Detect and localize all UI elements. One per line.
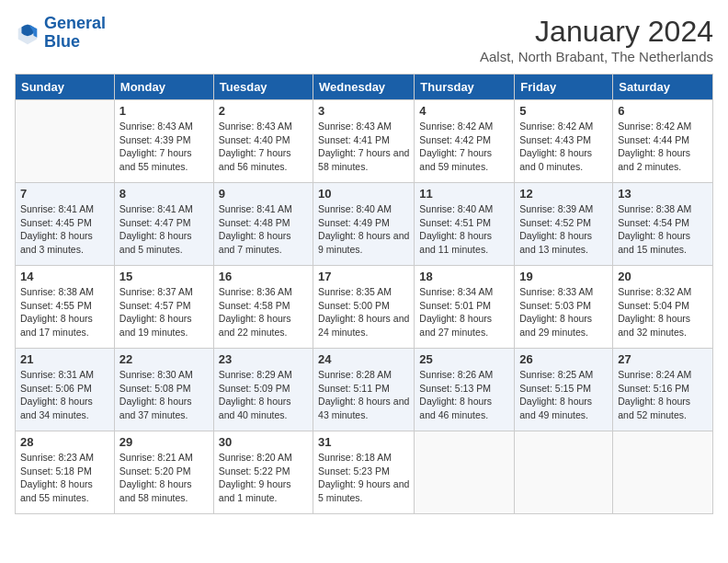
day-number: 28 bbox=[20, 435, 109, 449]
calendar-cell: 16Sunrise: 8:36 AMSunset: 4:58 PMDayligh… bbox=[213, 266, 313, 349]
day-detail: Sunrise: 8:31 AMSunset: 5:06 PMDaylight:… bbox=[20, 368, 109, 422]
calendar-cell: 15Sunrise: 8:37 AMSunset: 4:57 PMDayligh… bbox=[114, 266, 213, 349]
logo-icon bbox=[15, 20, 40, 46]
calendar-cell: 28Sunrise: 8:23 AMSunset: 5:18 PMDayligh… bbox=[16, 431, 115, 514]
day-detail: Sunrise: 8:30 AMSunset: 5:08 PMDaylight:… bbox=[119, 368, 209, 422]
logo-line1: General bbox=[44, 14, 106, 32]
day-number: 4 bbox=[419, 104, 509, 118]
calendar-week-row: 1Sunrise: 8:43 AMSunset: 4:39 PMDaylight… bbox=[16, 100, 713, 183]
day-detail: Sunrise: 8:43 AMSunset: 4:40 PMDaylight:… bbox=[219, 120, 308, 174]
calendar-cell: 11Sunrise: 8:40 AMSunset: 4:51 PMDayligh… bbox=[415, 183, 515, 266]
header: General Blue January 2024 Aalst, North B… bbox=[15, 15, 713, 64]
day-detail: Sunrise: 8:41 AMSunset: 4:48 PMDaylight:… bbox=[219, 202, 308, 257]
day-detail: Sunrise: 8:25 AMSunset: 5:15 PMDaylight:… bbox=[519, 368, 608, 422]
calendar-cell: 9Sunrise: 8:41 AMSunset: 4:48 PMDaylight… bbox=[213, 183, 313, 266]
day-number: 31 bbox=[318, 435, 409, 449]
calendar-week-row: 28Sunrise: 8:23 AMSunset: 5:18 PMDayligh… bbox=[16, 431, 713, 514]
day-detail: Sunrise: 8:43 AMSunset: 4:39 PMDaylight:… bbox=[119, 120, 209, 174]
day-detail: Sunrise: 8:37 AMSunset: 4:57 PMDaylight:… bbox=[119, 285, 209, 339]
calendar-cell: 13Sunrise: 8:38 AMSunset: 4:54 PMDayligh… bbox=[613, 183, 713, 266]
calendar-cell: 20Sunrise: 8:32 AMSunset: 5:04 PMDayligh… bbox=[613, 266, 713, 349]
day-detail: Sunrise: 8:41 AMSunset: 4:45 PMDaylight:… bbox=[20, 202, 109, 257]
calendar-week-row: 14Sunrise: 8:38 AMSunset: 4:55 PMDayligh… bbox=[16, 266, 713, 349]
day-number: 29 bbox=[119, 435, 209, 449]
day-detail: Sunrise: 8:33 AMSunset: 5:03 PMDaylight:… bbox=[519, 285, 608, 339]
day-detail: Sunrise: 8:32 AMSunset: 5:04 PMDaylight:… bbox=[618, 285, 708, 339]
day-number: 24 bbox=[318, 352, 409, 366]
day-number: 22 bbox=[119, 352, 209, 366]
calendar-table: SundayMondayTuesdayWednesdayThursdayFrid… bbox=[15, 74, 713, 514]
weekday-header-monday: Monday bbox=[114, 75, 213, 100]
day-number: 27 bbox=[618, 352, 708, 366]
calendar-cell: 12Sunrise: 8:39 AMSunset: 4:52 PMDayligh… bbox=[515, 183, 613, 266]
day-detail: Sunrise: 8:35 AMSunset: 5:00 PMDaylight:… bbox=[318, 285, 409, 339]
calendar-cell bbox=[16, 100, 115, 183]
day-number: 2 bbox=[219, 104, 308, 118]
day-number: 26 bbox=[519, 352, 608, 366]
calendar-cell: 5Sunrise: 8:42 AMSunset: 4:43 PMDaylight… bbox=[515, 100, 613, 183]
day-detail: Sunrise: 8:40 AMSunset: 4:49 PMDaylight:… bbox=[318, 202, 409, 257]
day-number: 20 bbox=[618, 270, 708, 283]
logo: General Blue bbox=[15, 15, 106, 52]
day-detail: Sunrise: 8:40 AMSunset: 4:51 PMDaylight:… bbox=[419, 202, 509, 257]
day-number: 11 bbox=[419, 187, 509, 201]
location-title: Aalst, North Brabant, The Netherlands bbox=[480, 49, 713, 64]
title-area: January 2024 Aalst, North Brabant, The N… bbox=[480, 15, 713, 64]
calendar-cell: 8Sunrise: 8:41 AMSunset: 4:47 PMDaylight… bbox=[114, 183, 213, 266]
calendar-cell: 7Sunrise: 8:41 AMSunset: 4:45 PMDaylight… bbox=[16, 183, 115, 266]
day-number: 5 bbox=[519, 104, 608, 118]
weekday-header-sunday: Sunday bbox=[16, 75, 115, 100]
day-detail: Sunrise: 8:29 AMSunset: 5:09 PMDaylight:… bbox=[219, 368, 308, 422]
calendar-cell: 19Sunrise: 8:33 AMSunset: 5:03 PMDayligh… bbox=[515, 266, 613, 349]
day-detail: Sunrise: 8:34 AMSunset: 5:01 PMDaylight:… bbox=[419, 285, 509, 339]
day-detail: Sunrise: 8:42 AMSunset: 4:43 PMDaylight:… bbox=[519, 120, 608, 174]
day-detail: Sunrise: 8:26 AMSunset: 5:13 PMDaylight:… bbox=[419, 368, 509, 422]
day-detail: Sunrise: 8:42 AMSunset: 4:42 PMDaylight:… bbox=[419, 120, 509, 174]
day-detail: Sunrise: 8:18 AMSunset: 5:23 PMDaylight:… bbox=[318, 451, 409, 505]
day-number: 10 bbox=[318, 187, 409, 201]
day-number: 23 bbox=[219, 352, 308, 366]
day-detail: Sunrise: 8:38 AMSunset: 4:54 PMDaylight:… bbox=[618, 202, 708, 257]
calendar-cell: 21Sunrise: 8:31 AMSunset: 5:06 PMDayligh… bbox=[16, 349, 115, 431]
calendar-cell: 10Sunrise: 8:40 AMSunset: 4:49 PMDayligh… bbox=[313, 183, 415, 266]
weekday-header-wednesday: Wednesday bbox=[313, 75, 415, 100]
day-number: 25 bbox=[419, 352, 509, 366]
day-detail: Sunrise: 8:41 AMSunset: 4:47 PMDaylight:… bbox=[119, 202, 209, 257]
day-number: 16 bbox=[219, 270, 308, 283]
weekday-header-saturday: Saturday bbox=[613, 75, 713, 100]
day-detail: Sunrise: 8:38 AMSunset: 4:55 PMDaylight:… bbox=[20, 285, 109, 339]
day-number: 30 bbox=[219, 435, 308, 449]
day-number: 14 bbox=[20, 270, 109, 283]
day-number: 13 bbox=[618, 187, 708, 201]
calendar-cell: 30Sunrise: 8:20 AMSunset: 5:22 PMDayligh… bbox=[213, 431, 313, 514]
calendar-week-row: 7Sunrise: 8:41 AMSunset: 4:45 PMDaylight… bbox=[16, 183, 713, 266]
calendar-cell bbox=[415, 431, 515, 514]
day-number: 1 bbox=[119, 104, 209, 118]
day-number: 7 bbox=[20, 187, 109, 201]
calendar-cell bbox=[515, 431, 613, 514]
weekday-header-friday: Friday bbox=[515, 75, 613, 100]
day-number: 6 bbox=[618, 104, 708, 118]
calendar-cell: 17Sunrise: 8:35 AMSunset: 5:00 PMDayligh… bbox=[313, 266, 415, 349]
weekday-header-tuesday: Tuesday bbox=[213, 75, 313, 100]
calendar-cell: 26Sunrise: 8:25 AMSunset: 5:15 PMDayligh… bbox=[515, 349, 613, 431]
calendar-cell: 18Sunrise: 8:34 AMSunset: 5:01 PMDayligh… bbox=[415, 266, 515, 349]
calendar-cell: 3Sunrise: 8:43 AMSunset: 4:41 PMDaylight… bbox=[313, 100, 415, 183]
calendar-cell: 4Sunrise: 8:42 AMSunset: 4:42 PMDaylight… bbox=[415, 100, 515, 183]
calendar-cell: 2Sunrise: 8:43 AMSunset: 4:40 PMDaylight… bbox=[213, 100, 313, 183]
calendar-cell: 6Sunrise: 8:42 AMSunset: 4:44 PMDaylight… bbox=[613, 100, 713, 183]
day-detail: Sunrise: 8:28 AMSunset: 5:11 PMDaylight:… bbox=[318, 368, 409, 422]
calendar-week-row: 21Sunrise: 8:31 AMSunset: 5:06 PMDayligh… bbox=[16, 349, 713, 431]
day-number: 8 bbox=[119, 187, 209, 201]
calendar-cell: 31Sunrise: 8:18 AMSunset: 5:23 PMDayligh… bbox=[313, 431, 415, 514]
logo-text: General Blue bbox=[44, 15, 106, 52]
day-detail: Sunrise: 8:43 AMSunset: 4:41 PMDaylight:… bbox=[318, 120, 409, 174]
month-title: January 2024 bbox=[480, 15, 713, 49]
day-detail: Sunrise: 8:20 AMSunset: 5:22 PMDaylight:… bbox=[219, 451, 308, 505]
day-detail: Sunrise: 8:23 AMSunset: 5:18 PMDaylight:… bbox=[20, 451, 109, 505]
calendar-cell: 27Sunrise: 8:24 AMSunset: 5:16 PMDayligh… bbox=[613, 349, 713, 431]
day-number: 3 bbox=[318, 104, 409, 118]
calendar-cell: 29Sunrise: 8:21 AMSunset: 5:20 PMDayligh… bbox=[114, 431, 213, 514]
calendar-cell: 22Sunrise: 8:30 AMSunset: 5:08 PMDayligh… bbox=[114, 349, 213, 431]
weekday-header-thursday: Thursday bbox=[415, 75, 515, 100]
